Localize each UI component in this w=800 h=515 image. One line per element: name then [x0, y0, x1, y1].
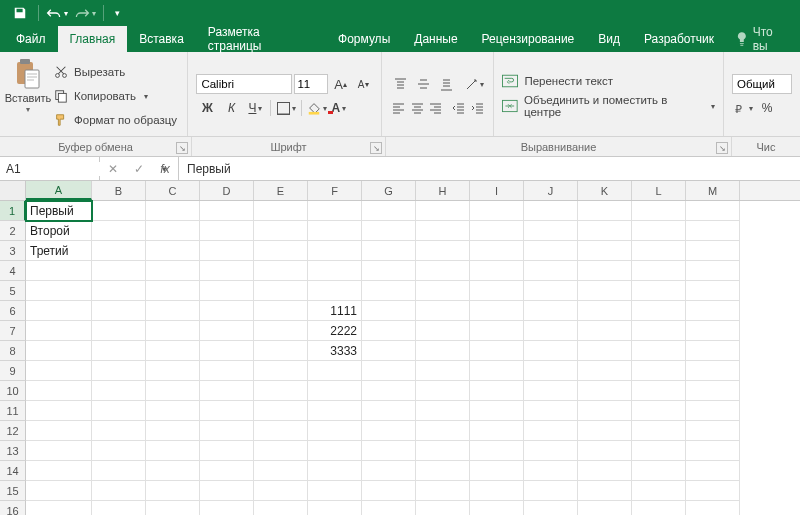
- cell-A13[interactable]: [26, 441, 92, 461]
- cell-L4[interactable]: [632, 261, 686, 281]
- column-header-L[interactable]: L: [632, 181, 686, 200]
- cell-A3[interactable]: Третий: [26, 241, 92, 261]
- underline-button[interactable]: Ч▾: [244, 98, 266, 118]
- cell-J1[interactable]: [524, 201, 578, 221]
- cell-B10[interactable]: [92, 381, 146, 401]
- decrease-indent-button[interactable]: [451, 98, 467, 118]
- cell-J10[interactable]: [524, 381, 578, 401]
- cell-G11[interactable]: [362, 401, 416, 421]
- formula-input[interactable]: Первый: [179, 157, 800, 180]
- cell-I11[interactable]: [470, 401, 524, 421]
- cell-L9[interactable]: [632, 361, 686, 381]
- cell-L7[interactable]: [632, 321, 686, 341]
- customize-qat-button[interactable]: ▾: [110, 2, 124, 24]
- cell-B8[interactable]: [92, 341, 146, 361]
- cell-A14[interactable]: [26, 461, 92, 481]
- cell-D5[interactable]: [200, 281, 254, 301]
- tab-view[interactable]: Вид: [586, 26, 632, 52]
- cell-D4[interactable]: [200, 261, 254, 281]
- decrease-font-button[interactable]: A▾: [353, 74, 374, 94]
- cell-D11[interactable]: [200, 401, 254, 421]
- cell-K16[interactable]: [578, 501, 632, 515]
- cell-M1[interactable]: [686, 201, 740, 221]
- cell-E10[interactable]: [254, 381, 308, 401]
- tab-developer[interactable]: Разработчик: [632, 26, 726, 52]
- cell-K15[interactable]: [578, 481, 632, 501]
- row-header-10[interactable]: 10: [0, 381, 26, 401]
- tab-review[interactable]: Рецензирование: [470, 26, 587, 52]
- cell-B12[interactable]: [92, 421, 146, 441]
- cell-M4[interactable]: [686, 261, 740, 281]
- cell-F12[interactable]: [308, 421, 362, 441]
- font-size-select[interactable]: [294, 74, 328, 94]
- wrap-text-button[interactable]: Перенести текст: [502, 74, 715, 88]
- number-format-select[interactable]: [732, 74, 792, 94]
- cell-C4[interactable]: [146, 261, 200, 281]
- worksheet-grid[interactable]: 1Первый2Второй3Третий4561111722228333391…: [0, 201, 800, 515]
- cell-J7[interactable]: [524, 321, 578, 341]
- cell-K4[interactable]: [578, 261, 632, 281]
- cell-C2[interactable]: [146, 221, 200, 241]
- cell-G3[interactable]: [362, 241, 416, 261]
- cell-I16[interactable]: [470, 501, 524, 515]
- row-header-11[interactable]: 11: [0, 401, 26, 421]
- cell-I3[interactable]: [470, 241, 524, 261]
- cell-I15[interactable]: [470, 481, 524, 501]
- cell-H3[interactable]: [416, 241, 470, 261]
- cell-K3[interactable]: [578, 241, 632, 261]
- cell-E15[interactable]: [254, 481, 308, 501]
- clipboard-dialog-launcher[interactable]: ↘: [176, 142, 188, 154]
- cell-I2[interactable]: [470, 221, 524, 241]
- cell-K11[interactable]: [578, 401, 632, 421]
- cell-A4[interactable]: [26, 261, 92, 281]
- cell-H13[interactable]: [416, 441, 470, 461]
- cell-G15[interactable]: [362, 481, 416, 501]
- row-header-16[interactable]: 16: [0, 501, 26, 515]
- cell-C1[interactable]: [146, 201, 200, 221]
- column-header-C[interactable]: C: [146, 181, 200, 200]
- undo-button[interactable]: ▾: [45, 2, 69, 24]
- alignment-dialog-launcher[interactable]: ↘: [716, 142, 728, 154]
- cell-G4[interactable]: [362, 261, 416, 281]
- cell-L12[interactable]: [632, 421, 686, 441]
- cell-E2[interactable]: [254, 221, 308, 241]
- cell-C6[interactable]: [146, 301, 200, 321]
- cell-K9[interactable]: [578, 361, 632, 381]
- cell-H1[interactable]: [416, 201, 470, 221]
- cell-G16[interactable]: [362, 501, 416, 515]
- bold-button[interactable]: Ж: [196, 98, 218, 118]
- cell-E13[interactable]: [254, 441, 308, 461]
- cell-L3[interactable]: [632, 241, 686, 261]
- accounting-format-button[interactable]: ₽▾: [732, 98, 754, 118]
- cell-H8[interactable]: [416, 341, 470, 361]
- cell-D12[interactable]: [200, 421, 254, 441]
- cell-K1[interactable]: [578, 201, 632, 221]
- cell-F1[interactable]: [308, 201, 362, 221]
- cell-I8[interactable]: [470, 341, 524, 361]
- cell-F11[interactable]: [308, 401, 362, 421]
- cell-E8[interactable]: [254, 341, 308, 361]
- cell-L16[interactable]: [632, 501, 686, 515]
- cell-J4[interactable]: [524, 261, 578, 281]
- cell-F4[interactable]: [308, 261, 362, 281]
- cell-M16[interactable]: [686, 501, 740, 515]
- cell-C15[interactable]: [146, 481, 200, 501]
- column-header-M[interactable]: M: [686, 181, 740, 200]
- cell-L2[interactable]: [632, 221, 686, 241]
- cell-H12[interactable]: [416, 421, 470, 441]
- cell-K5[interactable]: [578, 281, 632, 301]
- row-header-4[interactable]: 4: [0, 261, 26, 281]
- cell-F16[interactable]: [308, 501, 362, 515]
- cell-M7[interactable]: [686, 321, 740, 341]
- cell-I9[interactable]: [470, 361, 524, 381]
- cell-K13[interactable]: [578, 441, 632, 461]
- font-name-select[interactable]: [196, 74, 292, 94]
- cell-A1[interactable]: Первый: [26, 201, 92, 221]
- cell-D14[interactable]: [200, 461, 254, 481]
- cell-F3[interactable]: [308, 241, 362, 261]
- cell-A15[interactable]: [26, 481, 92, 501]
- cell-F9[interactable]: [308, 361, 362, 381]
- cell-G2[interactable]: [362, 221, 416, 241]
- align-bottom-button[interactable]: [436, 74, 457, 94]
- cell-L14[interactable]: [632, 461, 686, 481]
